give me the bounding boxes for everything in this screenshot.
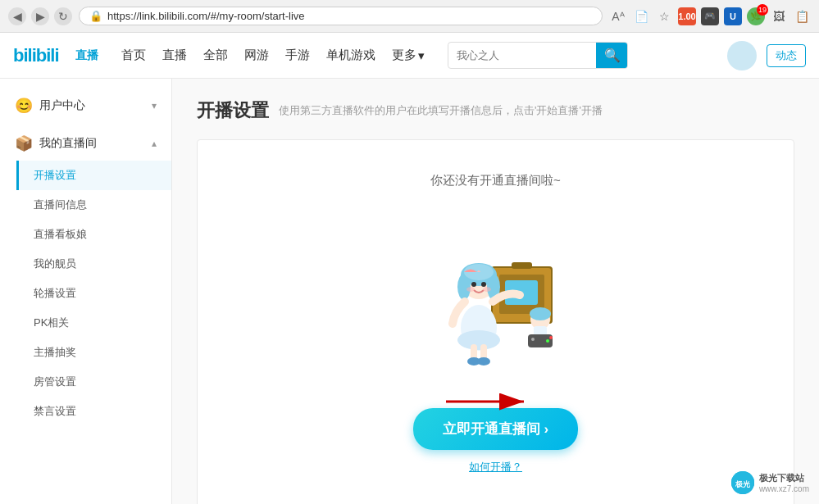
watermark-site: 极光下载站 www.xz7.com xyxy=(759,472,809,493)
nav-home[interactable]: 首页 xyxy=(121,48,146,61)
how-to-link[interactable]: 如何开播？ xyxy=(469,460,522,474)
main-layout: 😊 用户中心 ▾ 📦 我的直播间 ▴ 开播设置 直播间信息 直播看板娘 我的舰员… xyxy=(0,79,819,504)
no-room-content: 你还没有开通直播间啦~ xyxy=(413,173,578,474)
browser-bar: ◀ ▶ ↻ 🔒 https://link.bilibili.com/#/my-r… xyxy=(0,0,819,33)
svg-point-25 xyxy=(549,336,553,339)
sidebar-item-usercenter[interactable]: 😊 用户中心 ▾ xyxy=(0,89,171,123)
svg-point-13 xyxy=(466,287,475,292)
nav-online[interactable]: 网游 xyxy=(244,48,269,61)
sidebar-child-startlive[interactable]: 开播设置 xyxy=(16,161,171,190)
forward-button[interactable]: ▶ xyxy=(31,7,49,25)
address-bar[interactable]: 🔒 https://link.bilibili.com/#/my-room/st… xyxy=(79,7,603,25)
aa-icon[interactable]: Aᴬ xyxy=(609,7,627,25)
sidebar-myroom-label: 我的直播间 xyxy=(39,136,97,151)
sidebar-usercenter-label: 用户中心 xyxy=(39,98,85,113)
sidebar-child-crew[interactable]: 我的舰员 xyxy=(16,249,171,279)
content-card: 你还没有开通直播间啦~ xyxy=(197,139,794,504)
svg-text:极光: 极光 xyxy=(735,480,751,488)
watermark-url: www.xz7.com xyxy=(759,484,809,493)
svg-point-19 xyxy=(477,357,490,366)
extension-icon[interactable]: 1.00 xyxy=(678,7,696,25)
content-area: 开播设置 使用第三方直播软件的用户在此填写开播信息后，点击'开始直播'开播 你还… xyxy=(172,79,819,504)
ext3-icon[interactable]: U xyxy=(724,7,742,25)
back-button[interactable]: ◀ xyxy=(8,7,26,25)
sidebar-child-pk[interactable]: PK相关 xyxy=(16,308,171,338)
red-arrow xyxy=(438,385,536,418)
chevron-down-icon: ▾ xyxy=(418,48,425,63)
character-illustration xyxy=(413,205,577,369)
chevron-up-icon: ▴ xyxy=(152,138,157,149)
sidebar-child-ban[interactable]: 禁言设置 xyxy=(16,397,171,426)
no-room-text: 你还没有开通直播间啦~ xyxy=(430,173,561,188)
sidebar-child-mascot[interactable]: 直播看板娘 xyxy=(16,220,171,249)
nav-links: 首页 直播 全部 网游 手游 单机游戏 更多 ▾ xyxy=(121,48,425,63)
search-button[interactable]: 🔍 xyxy=(596,43,628,68)
svg-rect-4 xyxy=(512,262,532,269)
sidebar-child-roominfo[interactable]: 直播间信息 xyxy=(16,190,171,220)
page-header: 开播设置 使用第三方直播软件的用户在此填写开播信息后，点击'开始直播'开播 xyxy=(197,98,794,123)
browser-icons-right: Aᴬ 📄 ☆ 1.00 🎮 U 🌿 19 🖼 📋 xyxy=(609,7,811,25)
svg-point-21 xyxy=(530,307,551,320)
watermark-logo: 极光 xyxy=(731,471,754,494)
watermark-label: 极光下载站 xyxy=(759,472,809,484)
search-icon: 🔍 xyxy=(604,48,621,63)
ext5-icon[interactable]: 🖼 xyxy=(770,7,788,25)
avatar[interactable] xyxy=(727,41,757,70)
svg-point-15 xyxy=(457,330,500,350)
sidebar-child-admin[interactable]: 房管设置 xyxy=(16,367,171,397)
sidebar-children: 开播设置 直播间信息 直播看板娘 我的舰员 轮播设置 PK相关 主播抽奖 房管设… xyxy=(0,161,171,426)
svg-point-26 xyxy=(546,339,549,343)
url-text: https://link.bilibili.com/#/my-room/star… xyxy=(107,10,305,22)
room-icon: 📦 xyxy=(15,134,33,152)
search-area: 🔍 xyxy=(448,42,717,69)
sidebar-section-usercenter: 😊 用户中心 ▾ xyxy=(0,89,171,123)
refresh-button[interactable]: ↻ xyxy=(54,7,72,25)
search-input[interactable] xyxy=(448,44,596,66)
user-icon: 😊 xyxy=(15,97,33,115)
sidebar-child-lottery[interactable]: 主播抽奖 xyxy=(16,338,171,367)
nav-right: 动态 xyxy=(727,41,806,70)
browser-controls: ◀ ▶ ↻ xyxy=(8,7,72,25)
nav-more[interactable]: 更多 ▾ xyxy=(392,48,425,63)
svg-point-14 xyxy=(483,287,491,292)
search-input-wrap: 🔍 xyxy=(448,42,628,69)
page-title: 开播设置 xyxy=(197,98,269,123)
ext6-icon[interactable]: 📋 xyxy=(793,7,811,25)
ext4-icon[interactable]: 🌿 19 xyxy=(747,7,765,25)
nav-live[interactable]: 直播 xyxy=(162,48,187,61)
dongtai-button[interactable]: 动态 xyxy=(767,44,806,67)
svg-point-24 xyxy=(531,338,535,341)
top-nav: bilibili 直播 首页 直播 全部 网游 手游 单机游戏 更多 ▾ 🔍 动… xyxy=(0,33,819,79)
ext2-icon[interactable]: 🎮 xyxy=(701,7,719,25)
page-desc: 使用第三方直播软件的用户在此填写开播信息后，点击'开始直播'开播 xyxy=(279,103,603,118)
svg-point-11 xyxy=(471,282,476,287)
nav-all[interactable]: 全部 xyxy=(203,48,228,61)
sidebar-section-myroom: 📦 我的直播间 ▴ 开播设置 直播间信息 直播看板娘 我的舰员 轮播设置 PK相… xyxy=(0,126,171,426)
sidebar: 😊 用户中心 ▾ 📦 我的直播间 ▴ 开播设置 直播间信息 直播看板娘 我的舰员… xyxy=(0,79,172,504)
svg-point-12 xyxy=(481,282,486,287)
star-icon[interactable]: ☆ xyxy=(655,7,673,25)
sidebar-child-loop[interactable]: 轮播设置 xyxy=(16,279,171,308)
lock-icon: 🔒 xyxy=(89,10,102,22)
nav-mobile[interactable]: 手游 xyxy=(285,48,310,61)
logo: bilibili xyxy=(13,45,59,66)
chevron-down-icon: ▾ xyxy=(152,100,157,111)
sidebar-item-myroom[interactable]: 📦 我的直播间 ▴ xyxy=(0,126,171,161)
watermark: 极光 极光下载站 www.xz7.com xyxy=(731,471,809,494)
nav-singleplayer[interactable]: 单机游戏 xyxy=(326,48,375,61)
reader-icon[interactable]: 📄 xyxy=(632,7,650,25)
logo-live: 直播 xyxy=(75,48,98,63)
